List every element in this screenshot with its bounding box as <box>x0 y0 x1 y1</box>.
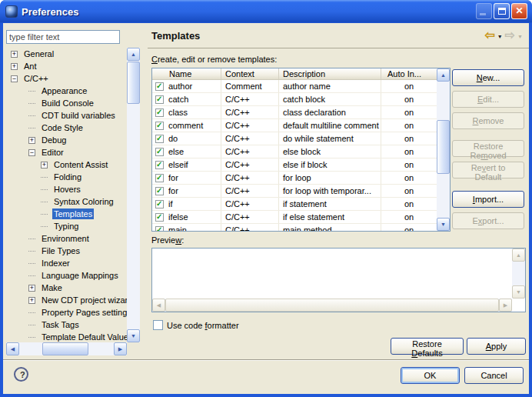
tree-expander-icon[interactable] <box>28 91 35 92</box>
tree-item[interactable]: + Content Assist <box>6 158 127 171</box>
use-code-formatter-checkbox[interactable] <box>153 320 163 330</box>
scrollbar-thumb[interactable] <box>127 62 140 104</box>
tree-expander-icon[interactable] <box>41 189 48 190</box>
tree-expander-icon[interactable] <box>41 177 48 178</box>
minimize-button[interactable] <box>476 3 492 19</box>
tree-expander-icon[interactable] <box>28 239 35 239</box>
ok-button[interactable]: OK <box>401 367 460 384</box>
template-action-button[interactable]: Export... <box>452 212 524 229</box>
apply-button[interactable]: Apply <box>467 338 526 355</box>
template-row[interactable]: elseif C/C++ else if block on <box>152 158 437 172</box>
template-row[interactable]: else C/C++ else block on <box>152 145 437 158</box>
forward-menu-caret-icon[interactable]: ▼ <box>517 34 523 39</box>
tree-item[interactable]: + Ant <box>6 60 127 72</box>
template-row[interactable]: author Comment author name on <box>152 80 437 93</box>
tree-expander-icon[interactable] <box>28 103 35 104</box>
tree-item[interactable]: Code Style <box>6 122 127 134</box>
scroll-down-button[interactable]: ▼ <box>512 285 525 299</box>
tree-expander-icon[interactable]: − <box>11 75 18 82</box>
template-enabled-checkbox[interactable] <box>155 226 164 232</box>
template-row[interactable]: for C/C++ for loop with temporar... on <box>152 185 437 198</box>
template-enabled-checkbox[interactable] <box>155 95 164 104</box>
template-enabled-checkbox[interactable] <box>155 148 164 156</box>
template-enabled-checkbox[interactable] <box>155 187 164 195</box>
tree-expander-icon[interactable] <box>28 275 35 276</box>
tree-expander-icon[interactable]: − <box>28 149 35 156</box>
template-enabled-checkbox[interactable] <box>155 135 164 143</box>
tree-item[interactable]: Indexer <box>6 257 127 269</box>
tree-expander-icon[interactable]: + <box>28 297 35 304</box>
tree-expander-icon[interactable]: + <box>11 51 18 58</box>
template-action-button[interactable]: Import... <box>452 191 524 208</box>
tree-item[interactable]: Folding <box>6 171 127 183</box>
scroll-left-button[interactable]: ◀ <box>6 342 19 355</box>
template-row[interactable]: catch C/C++ catch block on <box>152 93 437 106</box>
template-row[interactable]: comment C/C++ default multiline comment … <box>152 119 437 132</box>
scroll-right-button[interactable]: ▶ <box>499 299 512 312</box>
tree-vertical-scrollbar[interactable]: ▲ ▼ <box>127 48 140 342</box>
tree-expander-icon[interactable] <box>41 226 48 227</box>
tree-item[interactable]: + New CDT project wizard <box>6 294 127 306</box>
tree-item[interactable]: CDT build variables <box>6 109 127 122</box>
preview-pane[interactable]: ▲ ▼ ◀ ▶ <box>151 248 526 312</box>
column-header-description[interactable]: Description <box>279 68 381 79</box>
tree-expander-icon[interactable] <box>28 263 35 264</box>
tree-item[interactable]: Syntax Coloring <box>6 195 127 208</box>
table-vertical-scrollbar[interactable]: ▲ ▼ <box>437 68 450 231</box>
template-row[interactable]: if C/C++ if statement on <box>152 198 437 211</box>
maximize-button[interactable] <box>494 3 510 19</box>
tree-expander-icon[interactable] <box>28 128 35 128</box>
cancel-button[interactable]: Cancel <box>464 367 524 384</box>
tree-item[interactable]: + General <box>6 48 127 60</box>
tree-item[interactable]: + Make <box>6 282 127 294</box>
preview-vertical-scrollbar[interactable]: ▲ ▼ <box>512 249 525 299</box>
preview-horizontal-scrollbar[interactable]: ◀ ▶ <box>152 299 512 312</box>
restore-defaults-button[interactable]: Restore Defaults <box>391 338 464 355</box>
tree-expander-icon[interactable] <box>28 251 35 252</box>
tree-item[interactable]: Task Tags <box>6 319 127 331</box>
template-enabled-checkbox[interactable] <box>155 174 164 182</box>
filter-input[interactable] <box>6 30 120 44</box>
template-row[interactable]: do C/C++ do while statement on <box>152 132 437 145</box>
scrollbar-thumb[interactable] <box>42 342 88 355</box>
tree-expander-icon[interactable] <box>41 202 48 202</box>
tree-expander-icon[interactable]: + <box>11 63 18 70</box>
tree-item[interactable]: Property Pages settings <box>6 306 127 319</box>
tree-item[interactable]: Hovers <box>6 183 127 195</box>
column-header-context[interactable]: Context <box>221 68 279 79</box>
template-row[interactable]: main C/C++ main method on <box>152 224 437 231</box>
template-action-button[interactable]: Remove <box>452 112 524 129</box>
template-action-button[interactable]: Restore Removed <box>452 140 524 157</box>
template-enabled-checkbox[interactable] <box>155 200 164 209</box>
tree-expander-icon[interactable] <box>28 115 35 116</box>
template-enabled-checkbox[interactable] <box>155 161 164 169</box>
tree-expander-icon[interactable] <box>28 325 35 325</box>
tree-item[interactable]: Build Console <box>6 97 127 109</box>
tree-item[interactable]: Language Mappings <box>6 269 127 282</box>
tree-item[interactable]: + Debug <box>6 134 127 146</box>
tree-expander-icon[interactable]: + <box>41 162 48 168</box>
back-menu-caret-icon[interactable]: ▼ <box>497 34 503 39</box>
tree-item[interactable]: Appearance <box>6 85 127 97</box>
scroll-up-button[interactable]: ▲ <box>512 249 525 262</box>
scrollbar-thumb[interactable] <box>165 299 499 312</box>
column-header-name[interactable]: Name <box>152 68 221 79</box>
tree-item[interactable]: Template Default Values <box>6 331 127 342</box>
template-enabled-checkbox[interactable] <box>155 122 164 130</box>
scroll-up-button[interactable]: ▲ <box>127 48 140 61</box>
tree-item[interactable]: − Editor <box>6 146 127 158</box>
titlebar[interactable]: Preferences ✕ <box>0 0 532 23</box>
tree-item[interactable]: Environment <box>6 232 127 245</box>
back-button[interactable]: ⇦ <box>484 28 494 42</box>
template-action-button[interactable]: Edit... <box>452 91 524 108</box>
tree-expander-icon[interactable] <box>41 214 48 215</box>
template-row[interactable]: ifelse C/C++ if else statement on <box>152 211 437 224</box>
forward-button[interactable]: ⇨ <box>505 28 515 42</box>
template-enabled-checkbox[interactable] <box>155 213 164 222</box>
template-enabled-checkbox[interactable] <box>155 82 164 91</box>
scroll-right-button[interactable]: ▶ <box>114 342 127 355</box>
template-row[interactable]: for C/C++ for loop on <box>152 172 437 185</box>
scrollbar-thumb[interactable] <box>437 120 450 174</box>
scroll-up-button[interactable]: ▲ <box>437 68 450 82</box>
tree-item[interactable]: Templates <box>6 208 127 220</box>
